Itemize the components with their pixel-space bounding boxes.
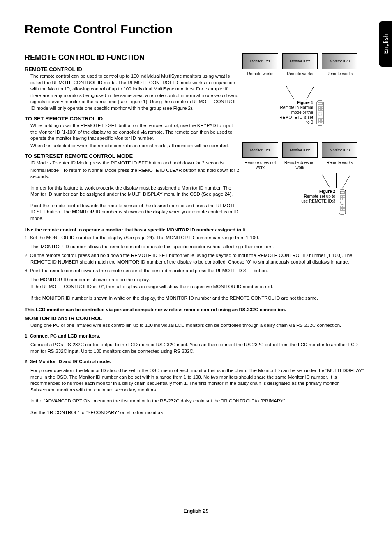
mon-ir-heading: MONITOR ID and IR CONTROL bbox=[25, 315, 366, 321]
svg-rect-0 bbox=[317, 101, 323, 125]
fig1-arrows bbox=[242, 84, 357, 99]
svg-rect-21 bbox=[339, 190, 346, 214]
set-reset-p3: In order for this feature to work proper… bbox=[30, 185, 239, 198]
fig2-monitor-3: Monitor ID:3 bbox=[322, 142, 357, 158]
section-title: REMOTE CONTROL ID FUNCTION bbox=[25, 53, 239, 62]
mon-ir-p1: Using one PC or one infrared wireless co… bbox=[30, 322, 366, 329]
rs232-heading: This LCD monitor can be controlled via p… bbox=[25, 307, 366, 312]
use-remote-3c: If the REMOTE CONTROLID is "0", then all… bbox=[30, 284, 366, 290]
fig1-label-2: Remote works bbox=[282, 72, 318, 81]
fig2-label-2: Remote does not work bbox=[282, 160, 318, 170]
page-title: Remote Control Function bbox=[25, 22, 366, 39]
fig2-monitor-1: Monitor ID:1 bbox=[242, 142, 278, 158]
fig2-monitor-2: Monitor ID:2 bbox=[282, 142, 318, 158]
step2-p2: In the "ADVANCED OPTION" menu on the fir… bbox=[30, 398, 366, 405]
fig2-caption: Figure 2 Remote set up to use REMOTE ID:… bbox=[298, 189, 335, 204]
step2-p3: Set the "IR CONTROL" to "SECONDARY" on a… bbox=[30, 409, 366, 416]
remote-control-id-body: The remote control can be used to contro… bbox=[30, 73, 239, 111]
step1-heading: 1. Connect PC and LCD monitors. bbox=[25, 333, 366, 340]
fig2-arrows bbox=[242, 173, 357, 188]
fig2-label-3: Remote works bbox=[322, 160, 357, 170]
fig1-label-1: Remote works bbox=[242, 72, 278, 81]
figure-2: Monitor ID:1Remote does not work Monitor… bbox=[242, 142, 357, 215]
set-reset-p1: ID Mode - To enter ID Mode press the REM… bbox=[30, 160, 239, 166]
language-tab-label: English bbox=[382, 34, 389, 54]
fig1-monitor-3: Monitor ID:3 bbox=[322, 53, 357, 69]
fig2-label-1: Remote does not work bbox=[242, 160, 278, 170]
use-remote-3a: 3. Point the remote control towards the … bbox=[25, 268, 366, 274]
to-set-heading: TO SET REMOTE CONTROL ID bbox=[25, 116, 239, 122]
use-remote-1a: 1. Set the MONITOR ID number for the dis… bbox=[25, 235, 366, 241]
remote-icon bbox=[316, 100, 324, 126]
use-remote-3b: The MONITOR ID number is shown in red on… bbox=[30, 277, 366, 283]
figure-1: Monitor ID:1Remote works Monitor ID:2Rem… bbox=[242, 53, 357, 126]
set-reset-p4: Point the remote control towards the rem… bbox=[30, 203, 239, 222]
remote-icon bbox=[339, 189, 346, 215]
step2-heading: 2. Set Monitor ID and IR Control mode. bbox=[25, 358, 366, 365]
page-footer: English-29 bbox=[0, 508, 392, 514]
language-tab: English bbox=[379, 21, 392, 67]
set-reset-p2: Normal Mode - To return to Normal Mode p… bbox=[30, 167, 239, 180]
remote-control-id-heading: REMOTE CONTROL ID bbox=[25, 66, 239, 72]
use-remote-2: 2. On the remote control, press and hold… bbox=[25, 252, 366, 265]
use-remote-1b: This MONITOR ID number allows the remote… bbox=[30, 244, 366, 250]
set-reset-heading: TO SET/RESET REMOTE CONTROL MODE bbox=[25, 153, 239, 159]
step1-p1: Connect a PC's RS-232C control output to… bbox=[30, 342, 366, 354]
to-set-p1: While holding down the REMOTE ID SET but… bbox=[30, 123, 239, 142]
to-set-p2: When 0 is selected or when the remote co… bbox=[30, 143, 239, 149]
figures-block: Monitor ID:1Remote works Monitor ID:2Rem… bbox=[242, 53, 357, 231]
fig1-monitor-2: Monitor ID:2 bbox=[282, 53, 318, 69]
use-remote-3d: If the MONITOR ID number is shown in whi… bbox=[30, 295, 366, 302]
fig1-monitor-1: Monitor ID:1 bbox=[242, 53, 278, 69]
step2-p1: For proper operation, the Monitor ID sho… bbox=[30, 368, 366, 393]
fig1-label-3: Remote works bbox=[322, 72, 357, 81]
fig1-caption: Figure 1 Remote in Normal mode or the RE… bbox=[276, 100, 313, 125]
